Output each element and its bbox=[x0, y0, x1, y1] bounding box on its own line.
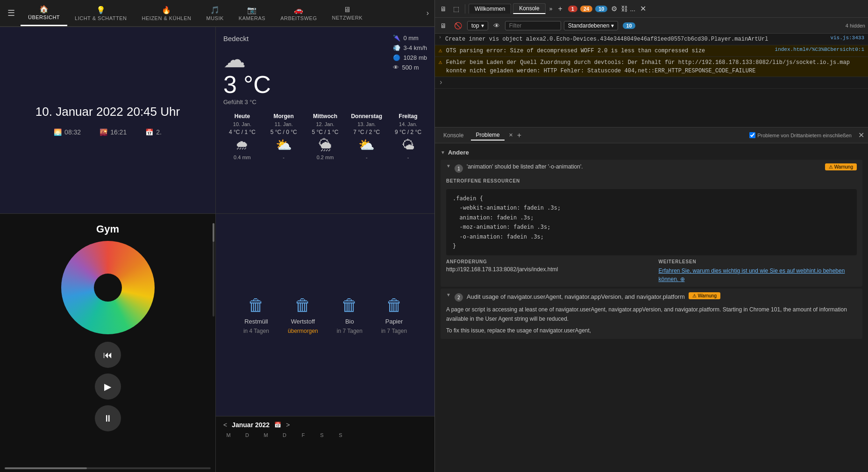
weather-wind: 💨 3-4 km/h bbox=[393, 44, 427, 51]
calendar-prev-button[interactable]: < bbox=[223, 421, 227, 429]
devtools-add-tab-icon[interactable]: + bbox=[556, 5, 564, 13]
calendar-icon: 📅 bbox=[145, 128, 153, 136]
prob-code-block-1: .fadein { -webkit-animation: fadein .3s;… bbox=[446, 189, 857, 255]
calendar-edit-icon[interactable]: 📅 bbox=[274, 422, 281, 428]
prob-close-icon[interactable]: ✕ bbox=[858, 131, 864, 140]
console-output[interactable]: › Create inner vis object alexa2.0.Echo-… bbox=[435, 34, 868, 127]
prob-item-2: ▼ 2 Audit usage of navigator.userAgent, … bbox=[441, 289, 862, 339]
devtools-tab-willkommen[interactable]: Willkommen bbox=[469, 4, 511, 14]
console-link-0[interactable]: vis.js:3433 bbox=[830, 35, 864, 41]
console-link-1[interactable]: index.html#/%C3%BCbersicht0:1 bbox=[775, 47, 864, 52]
nav-tab-licht[interactable]: 💡 LICHT & SCHATTEN bbox=[67, 0, 135, 26]
problems-panel: Konsole Probleme ✕ + Probleme von Dritta… bbox=[435, 127, 868, 472]
prob-item-2-expand-icon[interactable]: ▼ bbox=[446, 292, 451, 297]
prob-num-badge-1: 1 bbox=[455, 164, 463, 173]
prob-add-tab-icon[interactable]: + bbox=[517, 131, 521, 140]
forecast-day-name-0: Heute bbox=[235, 113, 250, 120]
calendar-bar: < Januar 2022 📅 > M D M D F S S bbox=[216, 416, 434, 472]
fire-icon: 🔥 bbox=[162, 6, 171, 14]
sunrise-item: 🌅 08:32 bbox=[54, 128, 81, 136]
console-text-2: Fehler beim Laden der Quell Zuordnung du… bbox=[446, 58, 864, 75]
devtools-filter-screen-btn[interactable]: 🖥 bbox=[438, 21, 449, 30]
devtools-badge-info[interactable]: 10 bbox=[595, 6, 607, 12]
calendar-next-button[interactable]: > bbox=[286, 421, 290, 429]
wind-icon: 💨 bbox=[393, 44, 400, 51]
devtools-filter-input[interactable] bbox=[505, 21, 561, 30]
prob-item-2-body: A page or script is accessing at least o… bbox=[446, 305, 857, 323]
nav-bar: ☰ 🏠 ÜBERSICHT 💡 LICHT & SCHATTEN 🔥 HEIZE… bbox=[0, 0, 434, 27]
nav-tab-musik[interactable]: 🎵 MUSIK bbox=[199, 0, 231, 26]
pressure-icon: 🔵 bbox=[393, 54, 400, 61]
prob-group-andere[interactable]: ▼ Andere bbox=[435, 147, 868, 158]
network-icon: 🖥 bbox=[343, 6, 351, 14]
forecast-icon-1: ⛅ bbox=[276, 137, 292, 153]
hamburger-icon[interactable]: ☰ bbox=[2, 8, 21, 18]
trash-icon-wertstoff: 🗑 bbox=[294, 296, 311, 315]
prob-group-arrow-icon: ▼ bbox=[441, 150, 445, 155]
devtools-close-button[interactable]: ✕ bbox=[637, 3, 649, 14]
devtools-screen-icon[interactable]: 🖥 bbox=[438, 4, 449, 14]
prob-checkbox[interactable] bbox=[749, 132, 755, 138]
datetime-widget: 10. Januar 2022 20:45 Uhr 🌅 08:32 🌇 16:2… bbox=[0, 27, 216, 214]
chevron-down-icon: ▾ bbox=[481, 22, 484, 29]
warn-icon-1: ⚠ bbox=[439, 47, 442, 54]
devtools-eye-icon[interactable]: 👁 bbox=[491, 21, 502, 30]
prev-button[interactable]: ⏮ bbox=[95, 342, 121, 368]
forecast-icon-2: 🌦 bbox=[319, 137, 332, 153]
nav-tab-arbeitsweg[interactable]: 🚗 ARBEITSWEG bbox=[273, 0, 324, 26]
console-line-expand: › bbox=[435, 77, 868, 89]
top-row: 10. Januar 2022 20:45 Uhr 🌅 08:32 🌇 16:2… bbox=[0, 27, 434, 214]
devtools-badge-warnings[interactable]: 24 bbox=[580, 6, 592, 12]
camera-icon: 📷 bbox=[247, 6, 257, 14]
forecast-day-4: Freitag 14. Jan. 9 °C / 2 °C 🌤 - bbox=[389, 113, 427, 206]
prob-warn-badge-2: ⚠ Warnung bbox=[689, 292, 720, 299]
prob-weiterlesen-link[interactable]: Erfahren Sie, warum dies wichtig ist und… bbox=[659, 268, 845, 282]
devtools-ellipsis-icon[interactable]: ... bbox=[630, 5, 635, 13]
nav-tab-netzwerk[interactable]: 🖥 NETZWERK bbox=[324, 0, 370, 26]
prob-num-badge-2: 2 bbox=[455, 293, 463, 302]
calendar-days: M D M D F S S bbox=[223, 432, 427, 438]
nav-more-arrow[interactable]: › bbox=[423, 9, 433, 17]
weather-pressure: 🔵 1028 mb bbox=[393, 54, 427, 61]
prob-item-1-expand-icon[interactable]: ▼ bbox=[446, 163, 451, 169]
prob-tab-close-icon[interactable]: ✕ bbox=[507, 132, 514, 138]
trash-icon-bio: 🗑 bbox=[341, 296, 358, 315]
prob-tab-konsole[interactable]: Konsole bbox=[439, 131, 468, 140]
music-album-art bbox=[61, 241, 155, 334]
problems-content[interactable]: ▼ Andere ▼ 1 'animation' should be liste… bbox=[435, 143, 868, 472]
prob-footer-weiterlesen: WEITERLESEN Erfahren Sie, warum dies wic… bbox=[659, 259, 857, 283]
nav-tab-ubersicht[interactable]: 🏠 ÜBERSICHT bbox=[21, 0, 67, 26]
devtools-settings-icon[interactable]: ⚙ bbox=[611, 5, 617, 13]
left-panel: ☰ 🏠 ÜBERSICHT 💡 LICHT & SCHATTEN 🔥 HEIZE… bbox=[0, 0, 434, 472]
sunset-icon: 🌇 bbox=[100, 128, 107, 136]
calendar-num: 2. bbox=[156, 128, 162, 136]
devtools-filter-prohibit-btn[interactable]: 🚫 bbox=[452, 21, 464, 30]
devtools-share-icon[interactable]: ⛓ bbox=[621, 5, 628, 13]
music-icon: 🎵 bbox=[210, 6, 220, 14]
devtools-top-toolbar: 🖥 ⬚ Willkommen Konsole » + 1 24 10 ⚙ ⛓ .… bbox=[435, 0, 868, 18]
calendar-title: Januar 2022 bbox=[232, 421, 270, 429]
devtools-tab-konsole[interactable]: Konsole bbox=[513, 3, 545, 14]
play-button[interactable]: ▶ bbox=[95, 373, 121, 400]
prob-tab-probleme[interactable]: Probleme bbox=[471, 130, 504, 141]
nav-tab-kameras[interactable]: 📷 KAMERAS bbox=[231, 0, 273, 26]
prob-footer-anforderung: ANFORDERUNG http://192.168.178.133:8082/… bbox=[446, 259, 645, 283]
devtools-level-badge[interactable]: 10 bbox=[623, 22, 635, 29]
console-text-0: Create inner vis object alexa2.0.Echo-De… bbox=[445, 35, 826, 43]
home-icon: 🏠 bbox=[39, 5, 49, 14]
forecast-precip-0: 0.4 mm bbox=[234, 155, 251, 160]
pause-button[interactable]: ⏸ bbox=[95, 405, 121, 431]
right-bottom: 🗑 Restmüll in 4 Tagen 🗑 Wertstoff übermo… bbox=[216, 214, 434, 472]
devtools-top-filter-btn[interactable]: top ▾ bbox=[467, 21, 488, 30]
expand-arrow-icon[interactable]: › bbox=[439, 78, 443, 87]
forecast-day-1: Morgen 11. Jan. 5 °C / 0 °C ⛅ - bbox=[265, 113, 303, 206]
expand-icon-0[interactable]: › bbox=[439, 35, 441, 40]
devtools-more-icon[interactable]: » bbox=[548, 6, 555, 12]
forecast-icon-3: ⛅ bbox=[358, 137, 375, 153]
devtools-level-select[interactable]: Standardebenen ▾ bbox=[564, 21, 619, 30]
nav-tab-heizen[interactable]: 🔥 HEIZEN & KÜHLEN bbox=[135, 0, 199, 26]
calendar-item: 📅 2. bbox=[145, 128, 162, 136]
devtools-inspect-icon[interactable]: ⬚ bbox=[451, 4, 462, 14]
devtools-badge-errors[interactable]: 1 bbox=[568, 6, 577, 12]
visibility-icon: 👁 bbox=[393, 64, 399, 71]
